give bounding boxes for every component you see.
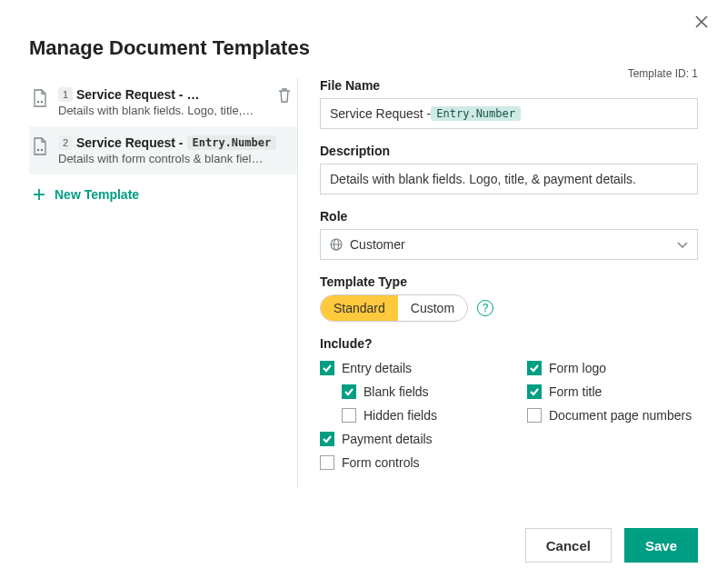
include-option[interactable]: Form controls <box>320 451 491 474</box>
include-option-label: Form controls <box>342 455 420 470</box>
checkbox[interactable] <box>527 408 542 423</box>
save-button[interactable]: Save <box>624 528 698 563</box>
globe-icon <box>330 238 343 251</box>
template-list: 1 Service Request - … Details with blank… <box>29 78 298 489</box>
include-option[interactable]: Document page numbers <box>527 404 698 427</box>
checkbox[interactable] <box>527 361 542 375</box>
description-text: Details with blank fields. Logo, title, … <box>330 172 636 186</box>
template-list-item[interactable]: 2 Service Request - Entry.Number Details… <box>29 126 297 174</box>
description-input[interactable]: Details with blank fields. Logo, title, … <box>320 164 698 194</box>
template-number-badge: 2 <box>58 135 73 150</box>
dialog-title: Manage Document Templates <box>0 0 727 78</box>
plus-icon <box>33 188 45 201</box>
checkbox[interactable] <box>527 384 542 399</box>
cancel-button[interactable]: Cancel <box>525 528 612 563</box>
checkbox[interactable] <box>320 432 334 446</box>
include-option-label: Payment details <box>342 432 433 446</box>
include-option-label: Blank fields <box>364 384 429 399</box>
role-select[interactable]: Customer <box>320 229 698 260</box>
checkbox[interactable] <box>342 384 356 399</box>
include-option[interactable]: Hidden fields <box>320 404 491 427</box>
svg-point-2 <box>37 101 38 102</box>
include-option[interactable]: Payment details <box>320 427 491 451</box>
description-label: Description <box>320 144 698 158</box>
role-label: Role <box>320 209 698 224</box>
new-template-label: New Template <box>55 187 139 202</box>
checkbox[interactable] <box>320 455 334 470</box>
template-item-title: Service Request - … <box>76 87 199 102</box>
file-name-label: File Name <box>320 78 698 93</box>
svg-point-4 <box>37 149 38 150</box>
help-icon[interactable]: ? <box>477 300 493 316</box>
chevron-down-icon <box>677 237 688 252</box>
include-option[interactable]: Form title <box>527 380 698 404</box>
include-option[interactable]: Form logo <box>527 356 698 380</box>
template-item-title: Service Request - <box>76 135 184 150</box>
checkbox[interactable] <box>342 408 356 423</box>
template-item-desc: Details with blank fields. Logo, title,… <box>58 104 290 117</box>
include-option-label: Document page numbers <box>549 408 692 423</box>
file-name-text: Service Request - <box>330 106 431 121</box>
svg-point-5 <box>41 149 42 150</box>
trash-icon[interactable] <box>277 87 292 104</box>
include-option-label: Hidden fields <box>364 408 437 423</box>
template-type-standard[interactable]: Standard <box>321 295 398 321</box>
template-list-item[interactable]: 1 Service Request - … Details with blank… <box>29 78 297 126</box>
new-template-button[interactable]: New Template <box>29 174 297 214</box>
template-type-toggle: Standard Custom <box>320 294 468 322</box>
template-item-desc: Details with form controls & blank fiel… <box>58 152 290 165</box>
file-name-input[interactable]: Service Request - Entry.Number <box>320 98 698 129</box>
include-label: Include? <box>320 336 698 351</box>
token-chip: Entry.Number <box>431 106 521 121</box>
close-icon[interactable] <box>694 15 709 29</box>
template-id-label: Template ID: 1 <box>628 67 698 80</box>
svg-point-3 <box>41 101 42 102</box>
token-chip: Entry.Number <box>187 135 277 150</box>
document-icon <box>33 137 47 155</box>
checkbox[interactable] <box>320 361 334 375</box>
template-type-label: Template Type <box>320 274 698 289</box>
include-option-label: Form logo <box>549 361 606 375</box>
include-option-label: Form title <box>549 384 602 399</box>
include-option[interactable]: Entry details <box>320 356 491 380</box>
template-number-badge: 1 <box>58 87 73 102</box>
include-option[interactable]: Blank fields <box>320 380 491 404</box>
document-icon <box>33 89 47 107</box>
template-detail-pane: Template ID: 1 File Name Service Request… <box>298 78 698 489</box>
template-type-custom[interactable]: Custom <box>398 295 467 321</box>
include-option-label: Entry details <box>342 361 412 375</box>
role-value: Customer <box>350 237 405 252</box>
